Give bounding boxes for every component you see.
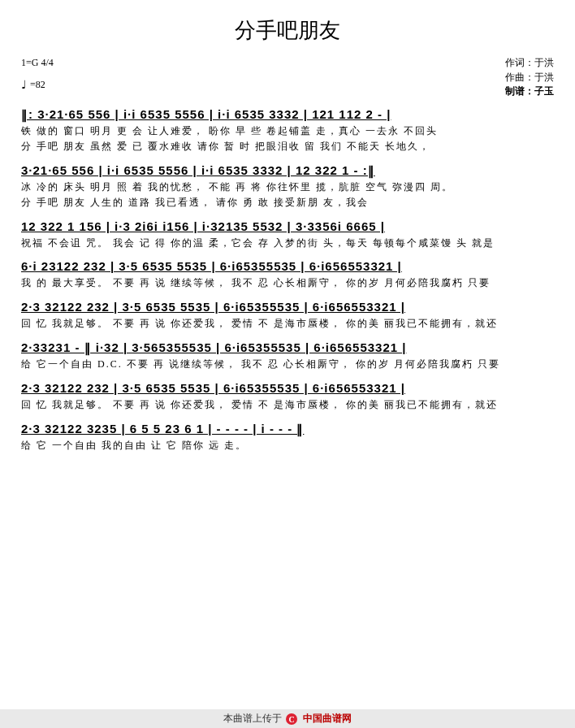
lyrics-row-2: 分 手吧 朋友 人生的 道路 我已看透， 请你 勇 敢 接受新朋 友，我会 bbox=[21, 196, 554, 210]
key-time-signature: 1=G 4/4 bbox=[21, 56, 54, 70]
tempo-row: ♩ =82 bbox=[21, 72, 45, 98]
composer-line: 作曲：于洪 bbox=[505, 71, 554, 84]
lyrics-row-1: 冰 冷的 床头 明月 照 着 我的忧愁， 不能 再 将 你往怀里 揽，肮脏 空气… bbox=[21, 180, 554, 194]
notation-line: 制谱：子玉 bbox=[505, 84, 554, 98]
notation-row: 6·i 23122 232 | 3·5 6535 5535 | 6·i65355… bbox=[21, 259, 554, 274]
lyrics-row-1: 铁 做的 窗口 明月 更 会 让人难爱， 盼你 早 些 卷起铺盖 走，真心 一去… bbox=[21, 124, 554, 138]
sheet-music-page: 分手吧朋友 1=G 4/4 作词：于洪 ♩ =82 作曲：于洪 制谱：子玉 ‖:… bbox=[0, 0, 575, 452]
score-line-1: ‖: 3·21·65 556 | i·i 6535 5556 | i·i 653… bbox=[21, 107, 554, 154]
footer-bar: 本曲谱上传于 C 中国曲谱网 bbox=[0, 709, 575, 728]
score-line-2: 3·21·65 556 | i·i 6535 5556 | i·i 6535 3… bbox=[21, 163, 554, 210]
logo-c-icon: C bbox=[286, 713, 297, 725]
score-line-5: 2·3 32122 232 | 3·5 6535 5535 | 6·i65355… bbox=[21, 300, 554, 331]
notation-row: 3·21·65 556 | i·i 6535 5556 | i·i 6535 3… bbox=[21, 163, 554, 178]
meta-row: 1=G 4/4 作词：于洪 bbox=[21, 56, 554, 70]
notation-row: 2·3 32122 232 | 3·5 6535 5535 | 6·i65355… bbox=[21, 381, 554, 396]
meta-row-2: ♩ =82 作曲：于洪 制谱：子玉 bbox=[21, 71, 554, 98]
footer-prefix: 本曲谱上传于 bbox=[223, 713, 282, 724]
notation-row: 2·3 32122 3235 | 6 5 5 23 6 1 | - - - - … bbox=[21, 422, 554, 436]
lyrics-row-1: 给 它 一个自由 我的自由 让 它 陪你 远 走。 bbox=[21, 439, 554, 453]
score-line-4: 6·i 23122 232 | 3·5 6535 5535 | 6·i65355… bbox=[21, 259, 554, 290]
lyrics-row-1: 给 它一个自由 D.C. 不要 再 说继续等候， 我不 忍 心长相厮守， 你的岁… bbox=[21, 358, 554, 371]
credits: 作词：于洪 bbox=[505, 56, 554, 70]
notation-row: 12 322 1 156 | i·3 2i6i i156 | i·32135 5… bbox=[21, 219, 554, 234]
notation-row: 2·3 32122 232 | 3·5 6535 5535 | 6·i65355… bbox=[21, 300, 554, 314]
song-title: 分手吧朋友 bbox=[21, 16, 554, 45]
notation-row: 2·33231 - ‖ i·32 | 3·565355535 | 6·i6535… bbox=[21, 340, 554, 355]
footer-site-name: 中国曲谱网 bbox=[303, 713, 352, 724]
lyricist-line: 作词：于洪 bbox=[505, 56, 554, 70]
score-line-6: 2·33231 - ‖ i·32 | 3·565355535 | 6·i6535… bbox=[21, 340, 554, 371]
meta-left: 1=G 4/4 bbox=[21, 56, 54, 70]
quarter-note-icon: ♩ bbox=[21, 77, 27, 93]
tempo-value: =82 bbox=[30, 78, 45, 92]
score-line-8: 2·3 32122 3235 | 6 5 5 23 6 1 | - - - - … bbox=[21, 422, 554, 453]
lyrics-row-1: 祝福 不会诅 咒。 我会 记 得 你的温 柔，它会 存 入梦的街 头，每天 每顿… bbox=[21, 236, 554, 250]
score-line-3: 12 322 1 156 | i·3 2i6i i156 | i·32135 5… bbox=[21, 219, 554, 250]
lyrics-row-2: 分 手吧 朋友 虽然 爱 已 覆水难收 请你 暂 时 把眼泪收 留 我们 不能天… bbox=[21, 140, 554, 154]
lyrics-row-1: 我 的 最大享受。 不要 再 说 继续等候， 我不 忍 心长相厮守， 你的岁 月… bbox=[21, 276, 554, 290]
score-line-7: 2·3 32122 232 | 3·5 6535 5535 | 6·i65355… bbox=[21, 381, 554, 412]
site-logo: C bbox=[286, 713, 299, 725]
credits-2: 作曲：于洪 制谱：子玉 bbox=[505, 71, 554, 98]
lyrics-row-1: 回 忆 我就足够。 不要 再 说 你还爱我， 爱情 不 是海市蜃楼， 你的美 丽… bbox=[21, 317, 554, 331]
lyrics-row-1: 回 忆 我就足够。 不要 再 说 你还爱我， 爱情 不 是海市蜃楼， 你的美 丽… bbox=[21, 398, 554, 412]
notation-row: ‖: 3·21·65 556 | i·i 6535 5556 | i·i 653… bbox=[21, 107, 554, 122]
